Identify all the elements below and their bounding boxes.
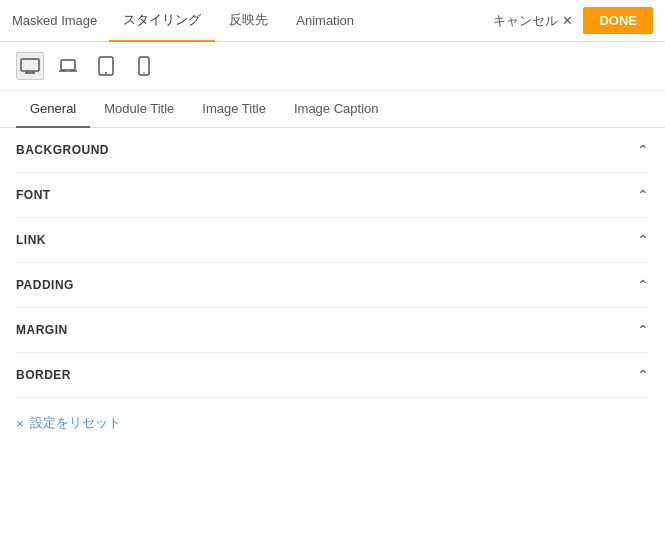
device-bar [0, 42, 665, 91]
section-link[interactable]: LINK ⌃ [16, 218, 649, 263]
chevron-up-icon: ⌃ [637, 187, 649, 203]
svg-rect-0 [21, 59, 39, 71]
section-list: BACKGROUND ⌃ FONT ⌃ LINK ⌃ PADDING ⌃ MAR… [0, 128, 665, 398]
reset-label: 設定をリセット [30, 414, 121, 432]
svg-point-8 [105, 72, 107, 74]
tab-image-title[interactable]: Image Title [188, 91, 280, 128]
section-padding-label: PADDING [16, 278, 74, 292]
chevron-up-icon: ⌃ [637, 277, 649, 293]
svg-rect-4 [61, 60, 75, 70]
reset-link[interactable]: × 設定をリセット [0, 398, 665, 448]
section-background-label: BACKGROUND [16, 143, 109, 157]
section-margin-label: MARGIN [16, 323, 68, 337]
module-title: Masked Image [12, 13, 109, 28]
chevron-up-icon: ⌃ [637, 142, 649, 158]
tab-image-caption[interactable]: Image Caption [280, 91, 393, 128]
desktop-icon[interactable] [16, 52, 44, 80]
section-font-label: FONT [16, 188, 51, 202]
mobile-icon[interactable] [130, 52, 158, 80]
section-border[interactable]: BORDER ⌃ [16, 353, 649, 398]
section-background[interactable]: BACKGROUND ⌃ [16, 128, 649, 173]
tab-general[interactable]: General [16, 91, 90, 128]
top-nav: Masked Image スタイリング 反映先 Animation キャンセル … [0, 0, 665, 42]
tab-module-title[interactable]: Module Title [90, 91, 188, 128]
section-font[interactable]: FONT ⌃ [16, 173, 649, 218]
svg-point-10 [143, 72, 145, 74]
chevron-up-icon: ⌃ [637, 322, 649, 338]
cancel-button[interactable]: キャンセル ✕ [493, 12, 573, 30]
nav-tab-animation[interactable]: Animation [282, 0, 368, 42]
chevron-up-icon: ⌃ [637, 232, 649, 248]
nav-tab-styling[interactable]: スタイリング [109, 0, 215, 42]
sub-tabs: General Module Title Image Title Image C… [0, 91, 665, 128]
section-link-label: LINK [16, 233, 46, 247]
section-padding[interactable]: PADDING ⌃ [16, 263, 649, 308]
section-border-label: BORDER [16, 368, 71, 382]
section-margin[interactable]: MARGIN ⌃ [16, 308, 649, 353]
laptop-icon[interactable] [54, 52, 82, 80]
reset-x-icon: × [16, 416, 24, 431]
top-nav-right: キャンセル ✕ DONE [493, 7, 653, 34]
chevron-up-icon: ⌃ [637, 367, 649, 383]
nav-tab-reflect[interactable]: 反映先 [215, 0, 282, 42]
close-icon: ✕ [562, 13, 573, 28]
done-button[interactable]: DONE [583, 7, 653, 34]
tablet-icon[interactable] [92, 52, 120, 80]
